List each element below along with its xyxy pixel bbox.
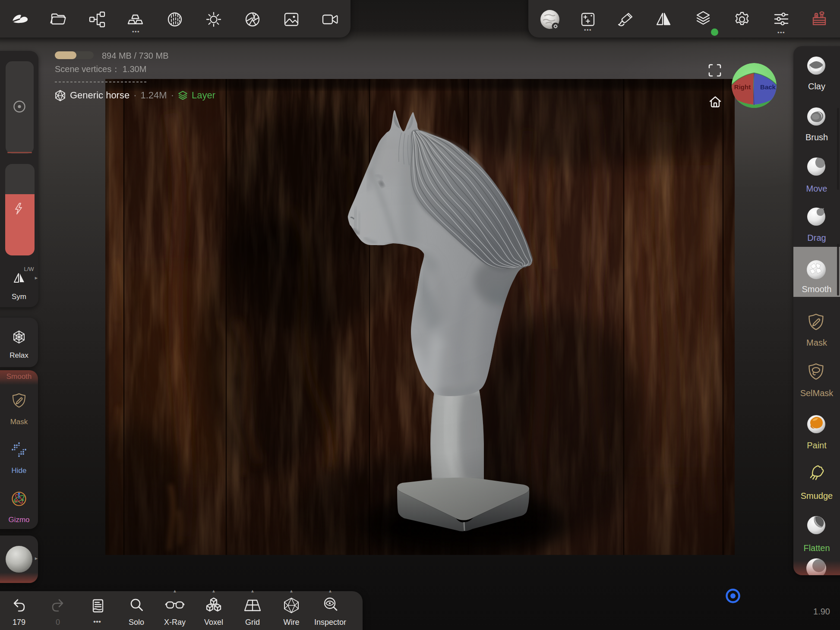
svg-text:Back: Back <box>760 83 776 91</box>
svg-text:Right: Right <box>734 83 751 91</box>
